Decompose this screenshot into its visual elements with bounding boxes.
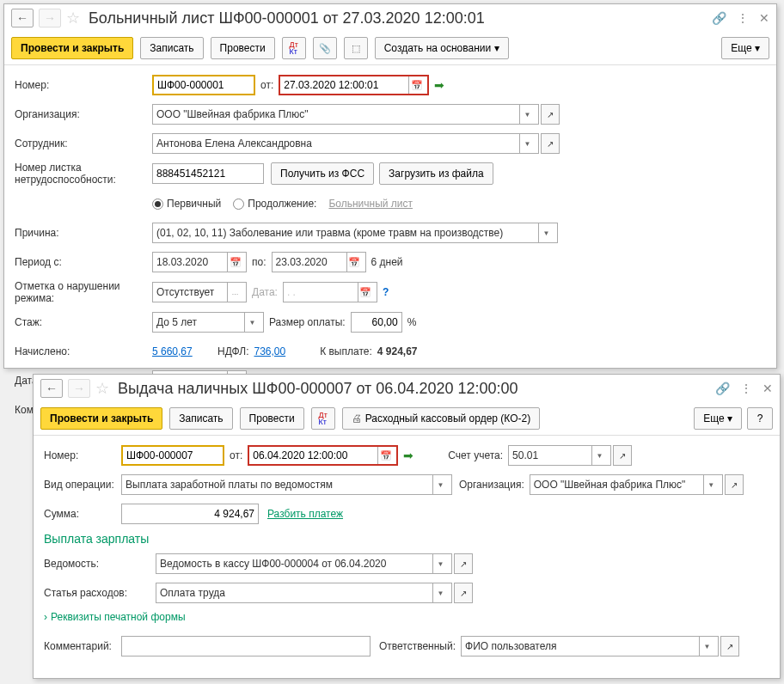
date-to-field[interactable]: 23.03.2020📅	[272, 252, 366, 272]
dropdown-icon[interactable]: ▼	[699, 637, 714, 656]
calendar-icon[interactable]: 📅	[377, 447, 393, 464]
post-and-close-button[interactable]: Провести и закрыть	[11, 37, 133, 59]
menu-icon[interactable]: ⋮	[737, 11, 749, 25]
attach-icon[interactable]: 📎	[313, 37, 337, 59]
post-button[interactable]: Провести	[240, 407, 304, 430]
dropdown-icon[interactable]: ▼	[432, 554, 448, 573]
date-field[interactable]: 📅	[279, 75, 429, 95]
post-button[interactable]: Провести	[211, 37, 275, 59]
close-icon[interactable]: ✕	[759, 11, 769, 25]
nav-forward-button[interactable]: →	[68, 379, 90, 398]
number-label: Номер:	[44, 449, 121, 461]
load-file-button[interactable]: Загрузить из файла	[379, 162, 493, 185]
comment-label: Комментарий:	[44, 640, 121, 652]
nav-back-button[interactable]: ←	[40, 379, 63, 398]
date-field[interactable]: 📅	[248, 445, 398, 466]
org-field[interactable]: ООО "Швейная фабрика Плюс"▼	[530, 474, 723, 495]
chevron-right-icon: ›	[44, 611, 47, 623]
rate-field[interactable]	[351, 312, 402, 333]
calendar-icon[interactable]: 📅	[408, 76, 424, 94]
create-based-button[interactable]: Создать на основании ▾	[375, 37, 509, 59]
to-label: по:	[252, 256, 266, 268]
optype-field[interactable]: Выплата заработной платы по ведомостям▼	[121, 474, 452, 495]
sheet-field[interactable]: Ведомость в кассу ШФ00-000004 от 06.04.2…	[156, 553, 452, 574]
dropdown-icon[interactable]: ▼	[244, 313, 260, 332]
apply-icon[interactable]: ➡	[403, 449, 413, 462]
dropdown-icon[interactable]: ▼	[591, 446, 607, 465]
dropdown-icon[interactable]: ▼	[538, 223, 554, 242]
toolbar: Провести и закрыть Записать Провести ДтК…	[34, 402, 780, 436]
open-icon[interactable]: ↗	[720, 636, 739, 657]
help-icon[interactable]: ?	[383, 286, 389, 298]
titlebar: ← → ☆ Выдача наличных ШФ00-000007 от 06.…	[34, 375, 780, 402]
link-icon[interactable]: 🔗	[712, 11, 726, 25]
ndfl-link[interactable]: 736,00	[254, 345, 285, 357]
favorite-icon[interactable]: ☆	[66, 9, 80, 27]
expense-field[interactable]: Оплата труда▼	[156, 583, 452, 603]
tenure-field[interactable]: До 5 лет▼	[152, 312, 264, 333]
window-title: Больничный лист ШФ00-000001 от 27.03.202…	[89, 9, 707, 27]
violation-field[interactable]: Отсутствует…	[152, 282, 247, 302]
expense-label: Статья расходов:	[44, 587, 156, 599]
open-icon[interactable]: ↗	[454, 583, 473, 603]
org-field[interactable]: ООО "Швейная фабрика Плюс"▼	[152, 104, 539, 125]
dtkt-icon[interactable]: ДтКт	[311, 407, 335, 430]
calendar-icon[interactable]: 📅	[346, 253, 362, 272]
calendar-icon: 📅	[358, 283, 373, 302]
nav-back-button[interactable]: ←	[11, 9, 34, 27]
sheet-number-field[interactable]	[152, 163, 264, 184]
expand-print-details[interactable]: ›Реквизиты печатной формы	[44, 611, 769, 623]
favorite-icon[interactable]: ☆	[95, 379, 109, 398]
get-fss-button[interactable]: Получить из ФСС	[271, 162, 374, 185]
sum-label: Сумма:	[44, 508, 121, 520]
vdate-field: . .📅	[283, 282, 377, 302]
account-field[interactable]: 50.01▼	[508, 445, 611, 466]
number-field[interactable]	[152, 75, 255, 95]
period-label: Период с:	[15, 256, 152, 268]
calendar-icon[interactable]: 📅	[227, 253, 242, 272]
print-order-button[interactable]: 🖨Расходный кассовый ордер (КО-2)	[342, 407, 541, 430]
from-label: от:	[260, 79, 273, 91]
more-button[interactable]: Еще ▾	[721, 37, 769, 59]
write-button[interactable]: Записать	[140, 37, 203, 59]
radio-primary[interactable]: Первичный	[152, 198, 221, 210]
post-and-close-button[interactable]: Провести и закрыть	[40, 407, 162, 430]
date-from-field[interactable]: 18.03.2020📅	[152, 252, 247, 272]
open-icon[interactable]: ↗	[541, 104, 560, 125]
close-icon[interactable]: ✕	[763, 382, 773, 395]
dropdown-icon[interactable]: ▼	[432, 475, 448, 494]
open-icon[interactable]: ↗	[725, 474, 744, 495]
dtkt-icon[interactable]: ДтКт	[282, 37, 306, 59]
dropdown-icon[interactable]: ▼	[519, 105, 535, 124]
emp-field[interactable]: Антонова Елена Александровна▼	[152, 133, 539, 154]
comment-field[interactable]	[121, 636, 371, 657]
apply-icon[interactable]: ➡	[434, 78, 444, 92]
open-icon[interactable]: ↗	[613, 445, 632, 466]
dropdown-icon[interactable]: ▼	[519, 134, 535, 153]
reason-field[interactable]: (01, 02, 10, 11) Заболевание или травма …	[152, 223, 558, 243]
more-icon[interactable]: …	[227, 283, 242, 302]
open-icon[interactable]: ↗	[541, 133, 560, 154]
dropdown-icon[interactable]: ▼	[432, 583, 448, 602]
menu-icon[interactable]: ⋮	[740, 382, 752, 395]
radio-continuation[interactable]: Продолжение:	[233, 198, 316, 210]
structure-icon[interactable]: ⬚	[344, 37, 368, 59]
optype-label: Вид операции:	[44, 479, 121, 491]
percent-label: %	[407, 316, 417, 328]
more-button[interactable]: Еще ▾	[694, 407, 742, 430]
help-button[interactable]: ?	[747, 407, 773, 430]
tenure-label: Стаж:	[15, 316, 152, 328]
dropdown-icon[interactable]: ▼	[703, 475, 719, 494]
write-button[interactable]: Записать	[169, 407, 232, 430]
sum-field[interactable]	[121, 504, 259, 524]
number-field[interactable]	[121, 445, 224, 466]
titlebar: ← → ☆ Больничный лист ШФ00-000001 от 27.…	[4, 4, 776, 32]
link-icon[interactable]: 🔗	[715, 382, 730, 395]
open-icon[interactable]: ↗	[454, 553, 473, 574]
nav-forward-button[interactable]: →	[39, 9, 61, 27]
resp-field[interactable]: ФИО пользователя▼	[461, 636, 719, 657]
accrued-link[interactable]: 5 660,67	[152, 345, 212, 357]
sick-leave-link[interactable]: Больничный лист	[328, 198, 413, 210]
section-header: Выплата зарплаты	[44, 532, 769, 546]
split-payment-link[interactable]: Разбить платеж	[267, 508, 343, 520]
